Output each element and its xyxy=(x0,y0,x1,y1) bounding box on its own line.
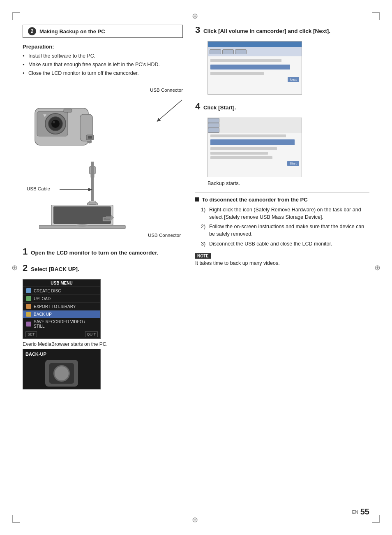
mock-btn-2 xyxy=(222,49,234,54)
set-label: SET xyxy=(25,331,37,337)
mock-row-1 xyxy=(210,59,281,62)
mock-btn-6 xyxy=(208,128,219,133)
mock-content-1: Next xyxy=(208,56,302,94)
page-footer: EN 55 xyxy=(352,507,369,516)
step-1-text: Open the LCD monitor to turn on the camc… xyxy=(31,250,159,256)
usb-diagram: USB Connector xyxy=(23,83,183,240)
svg-rect-23 xyxy=(53,206,111,224)
usb-menu-title: USB MENU xyxy=(23,280,100,287)
note-box: NOTE It takes time to back up many video… xyxy=(195,252,369,266)
create-disc-icon xyxy=(26,288,31,293)
note-text: It takes time to back up many videos. xyxy=(195,260,369,266)
svg-rect-21 xyxy=(89,201,96,203)
section-number: 2 xyxy=(28,27,36,35)
step-3-number: 3 xyxy=(195,25,200,35)
mock-row-2 xyxy=(210,72,264,75)
usb-menu-item-save: SAVE RECORDED VIDEO / STILL xyxy=(23,318,100,330)
mock-btn-1 xyxy=(210,49,221,54)
disconnect-step-1: 1) Right-click the icon (Safely Remove H… xyxy=(201,206,369,221)
mock-toolbar-1 xyxy=(208,47,302,56)
hdd-icon xyxy=(45,360,78,387)
right-column: 3 Click [All volume in camcorder] and cl… xyxy=(195,25,369,389)
note-label: NOTE xyxy=(195,253,211,259)
section-header: 2 Making Backup on the PC xyxy=(23,25,183,38)
svg-point-5 xyxy=(53,121,55,123)
svg-point-4 xyxy=(51,120,60,128)
usb-cable-label: USB Cable xyxy=(27,186,50,191)
mock-btn-5 xyxy=(208,123,219,128)
step-2: 2 Select [BACK UP]. xyxy=(23,263,183,273)
mock-row2-blue xyxy=(210,139,295,145)
svg-rect-6 xyxy=(64,109,72,112)
svg-line-12 xyxy=(158,100,182,120)
disconnect-section: To disconnect the camcorder from the PC … xyxy=(195,197,369,248)
svg-rect-11 xyxy=(88,136,92,139)
everio-label: Everio MediaBrowser starts on the PC. xyxy=(23,341,183,347)
camcorder-svg xyxy=(23,92,129,172)
screenshot-start: Start xyxy=(208,118,302,177)
disconnect-title: To disconnect the camcorder from the PC xyxy=(195,197,369,203)
mock-row2-2 xyxy=(210,147,277,150)
quit-label: QUIT xyxy=(85,331,98,337)
save-icon xyxy=(26,322,31,327)
usb-menu-item-backup: BACK UP xyxy=(23,310,100,318)
prep-item-3: Close the LCD monitor to turn off the ca… xyxy=(23,69,183,77)
mock-title-bar-1 xyxy=(208,42,302,47)
step-3: 3 Click [All volume in camcorder] and cl… xyxy=(195,25,369,35)
usb-connector-top-label: USB Connector xyxy=(150,88,183,93)
mock-start-btn: Start xyxy=(287,161,299,166)
mock-content-2: Start xyxy=(208,133,302,177)
usb-connector-bottom-label: USB Connector xyxy=(148,233,181,238)
export-icon xyxy=(26,304,31,309)
en-label: EN xyxy=(352,510,358,514)
step-2-number: 2 xyxy=(23,263,28,273)
mock-btn-3 xyxy=(235,49,247,54)
black-square-icon xyxy=(195,197,199,201)
disconnect-step-3: 3) Disconnect the USB cable and close th… xyxy=(201,240,369,248)
step-4: 4 Click [Start]. xyxy=(195,101,369,112)
prep-item-2: Make sure that enough free space is left… xyxy=(23,61,183,68)
svg-marker-18 xyxy=(88,188,92,191)
usb-menu-item-create-disc: CREATE DISC xyxy=(23,287,100,295)
step-4-number: 4 xyxy=(195,101,200,111)
backup-starts: Backup starts. xyxy=(208,181,369,186)
mock-row2-1 xyxy=(210,134,286,137)
disconnect-list: 1) Right-click the icon (Safely Remove H… xyxy=(195,206,369,248)
mock-btn-row-1: Next xyxy=(210,77,299,82)
mock-toolbar-2 xyxy=(208,118,302,133)
step-3-text: Click [All volume in camcorder] and clic… xyxy=(203,28,330,34)
laptop-svg xyxy=(39,205,138,242)
mock-row-selected xyxy=(210,65,290,69)
mock-row2-4 xyxy=(210,156,272,159)
step-1-number: 1 xyxy=(23,246,28,257)
hdd-platter xyxy=(53,365,70,382)
usb-menu-screenshot: USB MENU CREATE DISC UPLOAD EXPORT TO LI… xyxy=(23,279,101,339)
divider xyxy=(195,192,369,192)
screenshot-next: Next xyxy=(208,41,302,95)
usb-menu-bottom: SET QUIT xyxy=(23,330,100,338)
backup-screen-title: BACK-UP xyxy=(25,352,98,357)
start-btn-row: Start xyxy=(210,161,299,166)
backup-icon xyxy=(26,312,31,317)
backup-screen-mock: BACK-UP xyxy=(23,349,101,389)
page-number: 55 xyxy=(360,507,369,516)
prep-title: Preparation: xyxy=(23,44,183,50)
disconnect-step-2: 2) Follow the on-screen instructions and… xyxy=(201,223,369,238)
step-1: 1 Open the LCD monitor to turn on the ca… xyxy=(23,246,183,257)
usb-menu-item-upload: UPLOAD xyxy=(23,295,100,303)
mock-btn-4 xyxy=(208,118,219,123)
svg-point-28 xyxy=(76,224,88,227)
cable-label-arrow xyxy=(60,185,92,194)
mock-next-btn: Next xyxy=(288,77,299,82)
left-column: 2 Making Backup on the PC Preparation: I… xyxy=(23,25,183,389)
connector-arrow-top xyxy=(134,96,183,133)
prep-item-1: Install the software to the PC. xyxy=(23,52,183,60)
step-2-text: Select [BACK UP]. xyxy=(31,266,79,272)
mock-row2-3 xyxy=(210,152,268,155)
upload-icon xyxy=(26,296,31,301)
usb-menu-item-export: EXPORT TO LIBRARY xyxy=(23,303,100,310)
section-title: Making Backup on the PC xyxy=(39,28,105,35)
usb-cable-line xyxy=(88,162,97,203)
prep-list: Install the software to the PC. Make sur… xyxy=(23,52,183,77)
hdd-inner xyxy=(49,363,74,384)
